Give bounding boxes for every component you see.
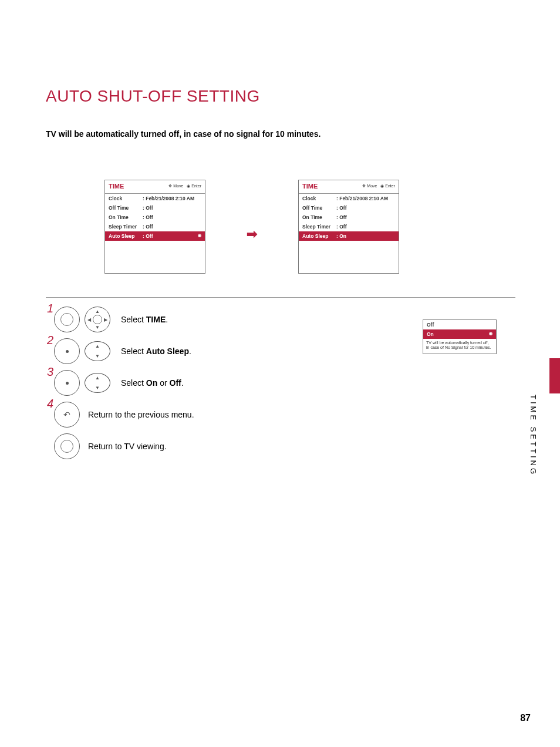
arrow-right-icon: ➡	[247, 227, 257, 242]
chevron-down-icon: ▼	[95, 385, 100, 391]
row-key: On Time	[109, 214, 143, 220]
menu-row: Clock: Feb/21/2008 2:10 AM	[299, 194, 399, 203]
chevron-down-icon: ▼	[95, 354, 100, 359]
row-key: Sleep Timer	[302, 224, 336, 230]
remote-menu-button-icon	[54, 433, 80, 459]
menu-row: On Time: Off	[105, 213, 205, 222]
step-number: 4	[47, 397, 53, 410]
chevron-up-icon: ▲	[95, 344, 100, 349]
step-4: 4 ↶ Return to the previous menu.	[46, 402, 515, 428]
menu-hints: ✥ Move ◉ Enter	[362, 184, 395, 189]
chevron-down-icon: ▼	[95, 325, 100, 330]
menu-row: Clock: Feb/21/2008 2:10 AM	[105, 194, 205, 203]
section-label: TIME SETTING	[529, 395, 538, 476]
row-value: : Off	[143, 205, 201, 211]
remote-menu-button-icon	[54, 307, 80, 332]
chevron-left-icon: ◀	[87, 317, 91, 322]
menu-row: Sleep Timer: Off	[105, 222, 205, 231]
step-5: Return to TV viewing.	[46, 433, 515, 459]
chevron-up-icon: ▲	[95, 375, 100, 381]
step-2: 2 ▲ ▼ Select Auto Sleep.	[46, 338, 515, 364]
menu-row-selected: Auto Sleep: On	[299, 231, 399, 241]
remote-updown-button-icon: ▲ ▼	[85, 341, 110, 361]
menu-row-selected: Auto Sleep: Off◉	[105, 231, 205, 241]
row-value: : On	[336, 233, 395, 239]
step-text: Select On or Off.	[121, 378, 184, 388]
menu-row: Off Time: Off	[105, 203, 205, 213]
remote-enter-button-icon	[54, 370, 80, 396]
row-value: : Off	[143, 214, 201, 220]
row-key: Off Time	[302, 205, 336, 211]
row-key: Clock	[302, 196, 336, 201]
row-key: Clock	[109, 196, 143, 201]
menu-hints: ✥ Move ◉ Enter	[168, 184, 201, 189]
remote-enter-button-icon	[54, 338, 80, 364]
row-key: Sleep Timer	[109, 224, 143, 230]
row-key: Off Time	[109, 205, 143, 211]
time-menu-right: TIME ✥ Move ◉ Enter Clock: Feb/21/2008 2…	[298, 180, 399, 274]
hint-move: Move	[173, 184, 183, 188]
menu-row: Off Time: Off	[299, 203, 399, 213]
remote-updown-button-icon: ▲ ▼	[85, 373, 110, 393]
divider	[46, 297, 515, 298]
row-key: Auto Sleep	[109, 233, 143, 239]
time-menu-left: TIME ✥ Move ◉ Enter Clock: Feb/21/2008 2…	[104, 180, 205, 274]
side-tab	[549, 358, 560, 393]
row-key: On Time	[302, 214, 336, 220]
remote-nav-button-icon: ▲ ▼ ◀ ▶	[85, 307, 110, 332]
row-value: : Off	[143, 224, 201, 230]
chevron-up-icon: ▲	[95, 309, 100, 314]
page-title: AUTO SHUT-OFF SETTING	[46, 87, 515, 106]
page-subtitle: TV will be automatically turned off, in …	[46, 129, 515, 139]
selection-dot-icon: ◉	[198, 233, 201, 238]
remote-return-button-icon: ↶	[54, 402, 80, 428]
step-text: Return to TV viewing.	[88, 442, 167, 451]
step-1: 1 ▲ ▼ ◀ ▶ Select TIME.	[46, 307, 515, 332]
step-text: Select TIME.	[121, 315, 168, 324]
menu-row: On Time: Off	[299, 213, 399, 222]
row-value: : Feb/21/2008 2:10 AM	[143, 196, 201, 201]
chevron-right-icon: ▶	[104, 317, 107, 322]
step-text: Return to the previous menu.	[88, 410, 194, 419]
steps-list: 1 ▲ ▼ ◀ ▶ Select TIME. 2 ▲ ▼ Select Auto…	[46, 307, 515, 459]
row-value: : Feb/21/2008 2:10 AM	[336, 196, 395, 201]
hint-enter: Enter	[385, 184, 395, 188]
hint-enter: Enter	[191, 184, 201, 188]
hint-move: Move	[367, 184, 377, 188]
page-number: 87	[520, 713, 531, 724]
menu-title: TIME	[302, 183, 318, 190]
step-number: 1	[47, 302, 53, 315]
row-value: : Off	[336, 214, 395, 220]
step-3: 3 ▲ ▼ Select On or Off.	[46, 370, 515, 396]
row-value: : Off	[336, 224, 395, 230]
step-text: Select Auto Sleep.	[121, 346, 191, 356]
return-icon: ↶	[63, 410, 70, 419]
row-value: : Off	[336, 205, 395, 211]
step-number: 2	[47, 334, 53, 347]
menu-title: TIME	[109, 183, 124, 190]
step-number: 3	[47, 365, 53, 379]
row-value: : Off◉	[143, 233, 201, 239]
row-key: Auto Sleep	[302, 233, 336, 239]
menu-row: Sleep Timer: Off	[299, 222, 399, 231]
